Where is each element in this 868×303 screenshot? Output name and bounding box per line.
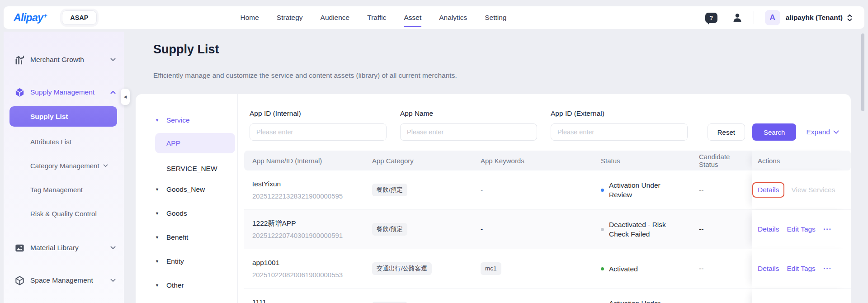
sidebar-item-tag-management[interactable]: Tag Management bbox=[4, 180, 124, 199]
sidebar-item-category-management[interactable]: Category Management bbox=[4, 156, 124, 175]
tree-leaf-service-new[interactable]: SERVICE_NEW bbox=[155, 162, 237, 175]
chevron-up-icon bbox=[110, 90, 116, 94]
tree-node-benefit[interactable]: ▼ Benefit bbox=[155, 231, 237, 244]
nav-item-setting[interactable]: Setting bbox=[485, 7, 506, 28]
candidate-status-cell: -- bbox=[691, 265, 750, 273]
reset-button[interactable]: Reset bbox=[708, 123, 745, 141]
logo-text: Alipay bbox=[14, 12, 43, 24]
edit-tags-link[interactable]: Edit Tags bbox=[787, 225, 815, 233]
col-header-app-keywords: App Keywords bbox=[472, 157, 593, 165]
category-tag: 餐飲/預定 bbox=[372, 223, 407, 236]
caret-down-icon: ▼ bbox=[155, 118, 160, 123]
tenant-name: alipayhk (Tenant) bbox=[786, 14, 843, 22]
app-id-external-input[interactable] bbox=[551, 123, 688, 141]
nav-item-asset[interactable]: Asset bbox=[404, 7, 421, 28]
table-row: 1111 餐飲/預定 Activation Under Review bbox=[244, 289, 851, 303]
details-link[interactable]: Details bbox=[758, 265, 779, 273]
scrollbar-thumb[interactable] bbox=[861, 33, 864, 111]
nav-item-strategy[interactable]: Strategy bbox=[277, 7, 303, 28]
nav-item-home[interactable]: Home bbox=[241, 7, 259, 28]
sidebar-item-space-management[interactable]: Space Management bbox=[4, 270, 124, 290]
expand-toggle[interactable]: Expand bbox=[806, 128, 839, 136]
filter-field-app-id-external: App ID (External) bbox=[551, 109, 688, 141]
chevron-down-icon bbox=[110, 279, 116, 282]
chevron-down-icon bbox=[833, 130, 839, 134]
app-keywords-cell: mc1 bbox=[472, 262, 593, 275]
user-icon[interactable] bbox=[732, 12, 743, 23]
more-actions-button[interactable]: ··· bbox=[823, 265, 832, 273]
nav-item-analytics[interactable]: Analytics bbox=[439, 7, 467, 28]
nav-item-traffic[interactable]: Traffic bbox=[367, 7, 386, 28]
divider bbox=[754, 11, 754, 24]
tree-node-other[interactable]: ▼ Other bbox=[155, 279, 237, 292]
expand-label: Expand bbox=[806, 128, 830, 136]
cube-icon bbox=[14, 87, 25, 98]
actions-cell: Details Edit Tags ··· bbox=[752, 210, 851, 249]
sidebar-item-merchant-growth[interactable]: Merchant Growth bbox=[4, 50, 124, 70]
app-name-cell: app1001 202510220820061900000553 bbox=[244, 258, 364, 280]
asap-button[interactable]: ASAP bbox=[62, 10, 96, 25]
sidebar-item-attributes-list[interactable]: Attributes List bbox=[4, 133, 124, 151]
app-category-cell: 餐飲/預定 bbox=[364, 223, 472, 236]
view-services-link[interactable]: View Services bbox=[791, 186, 835, 194]
tree-leaf-app[interactable]: APP bbox=[155, 133, 235, 153]
candidate-value: -- bbox=[699, 225, 703, 233]
app-name: 1222新增APP bbox=[252, 218, 343, 228]
tree-node-entity[interactable]: ▼ Entity bbox=[155, 255, 237, 268]
sidebar-item-supply-list[interactable]: Supply List bbox=[9, 106, 117, 127]
details-link[interactable]: Details bbox=[758, 186, 779, 194]
sidebar-item-material-library[interactable]: Material Library bbox=[4, 238, 124, 258]
app-id-internal-input[interactable] bbox=[250, 123, 387, 141]
image-icon bbox=[14, 243, 25, 253]
status-cell: Activation Under Review bbox=[593, 298, 691, 303]
sidebar-item-risk-quality-control[interactable]: Risk & Quality Control bbox=[4, 204, 124, 223]
app-category-cell: 交通出行/公路客運 bbox=[364, 262, 472, 275]
edit-tags-link[interactable]: Edit Tags bbox=[787, 265, 815, 273]
tree-label: Goods bbox=[166, 209, 187, 218]
tree-node-goods[interactable]: ▼ Goods bbox=[155, 207, 237, 220]
candidate-value: -- bbox=[699, 265, 703, 273]
col-header-status: Status bbox=[593, 157, 691, 165]
status-dot bbox=[601, 267, 604, 270]
sidebar-label: Merchant Growth bbox=[30, 56, 84, 64]
select-arrows-icon bbox=[847, 14, 853, 22]
search-button[interactable]: Search bbox=[752, 123, 797, 141]
app-id: 202512221328321900000595 bbox=[252, 191, 343, 201]
details-link[interactable]: Details bbox=[758, 225, 779, 233]
table-header-row: App Name/ID (Internal) App Category App … bbox=[244, 151, 851, 170]
status-text: Deactivated - Risk Check Failed bbox=[609, 220, 673, 239]
actions-cell: Details Edit Tags ··· bbox=[752, 249, 851, 288]
tree-node-service[interactable]: ▼ Service bbox=[155, 114, 237, 127]
help-glyph: ? bbox=[709, 14, 713, 21]
app-id: 202512220740301900000591 bbox=[252, 231, 343, 241]
alipay-logo[interactable]: Alipay + bbox=[14, 12, 47, 24]
candidate-status-cell: -- bbox=[691, 186, 750, 194]
page-title: Supply List bbox=[153, 43, 219, 57]
app-keywords-cell: - bbox=[472, 225, 593, 233]
keywords-value: - bbox=[481, 186, 483, 194]
sidebar-item-supply-management[interactable]: Supply Management bbox=[4, 82, 124, 102]
sidebar-collapse-button[interactable]: ◀ bbox=[121, 89, 130, 105]
supply-table: App Name/ID (Internal) App Category App … bbox=[244, 151, 851, 303]
sidebar-label: Space Management bbox=[30, 276, 93, 284]
tree-node-goods-new[interactable]: ▼ Goods_New bbox=[155, 183, 237, 196]
tenant-avatar[interactable]: A bbox=[765, 10, 780, 25]
growth-chart-icon bbox=[14, 55, 25, 65]
app-name: app1001 bbox=[252, 258, 343, 268]
nav-item-audience[interactable]: Audience bbox=[321, 7, 350, 28]
tenant-selector[interactable]: alipayhk (Tenant) bbox=[786, 14, 853, 22]
col-header-app-category: App Category bbox=[364, 157, 472, 165]
tree-label: Goods_New bbox=[166, 185, 205, 194]
app-name-input[interactable] bbox=[400, 123, 537, 141]
main-content: Supply List Efficiently manage and custo… bbox=[124, 32, 868, 303]
app-name-cell: 1222新增APP 202512220740301900000591 bbox=[244, 218, 364, 241]
app-id: 202510220820061900000553 bbox=[252, 270, 343, 280]
main-nav: Home Strategy Audience Traffic Asset Ana… bbox=[241, 7, 507, 28]
more-actions-button[interactable]: ··· bbox=[823, 225, 832, 233]
sidebar-label: Category Management bbox=[30, 162, 99, 170]
app-keywords-cell: - bbox=[472, 186, 593, 194]
help-icon[interactable]: ? bbox=[705, 13, 717, 23]
logo-plus-icon: + bbox=[42, 12, 48, 19]
app-category-cell: 餐飲/預定 bbox=[364, 184, 472, 196]
keywords-value: - bbox=[481, 225, 483, 233]
